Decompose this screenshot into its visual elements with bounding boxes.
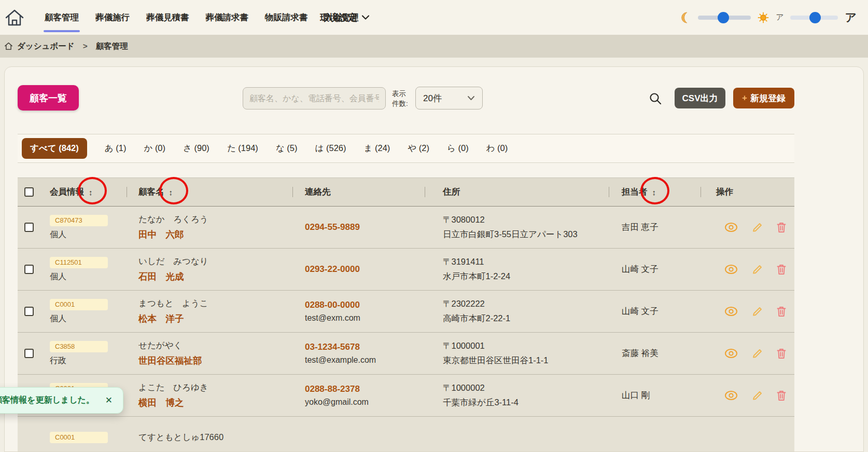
- kana-filter-tab[interactable]: さ (90): [183, 143, 209, 154]
- kana-filter-tab[interactable]: や (2): [408, 143, 429, 154]
- display-controls: ア ア: [680, 0, 857, 35]
- edit-pencil-icon[interactable]: [751, 222, 763, 233]
- per-page-value: 20件: [423, 92, 442, 104]
- kana-filter-tab[interactable]: ら (0): [447, 143, 469, 154]
- per-page-select[interactable]: 20件: [415, 87, 483, 109]
- view-eye-icon[interactable]: [724, 264, 738, 275]
- delete-trash-icon[interactable]: [776, 306, 787, 317]
- row-checkbox[interactable]: [24, 265, 34, 274]
- home-icon[interactable]: [3, 6, 26, 29]
- kana-filter-tab[interactable]: すべて (842): [22, 138, 87, 159]
- new-registration-button[interactable]: + 新規登録: [733, 88, 794, 108]
- kana-filter-tab[interactable]: あ (1): [105, 143, 127, 154]
- font-slider-thumb[interactable]: [809, 12, 821, 23]
- customer-name-link[interactable]: 松本 洋子: [138, 312, 292, 325]
- close-icon[interactable]: ✕: [105, 395, 113, 406]
- breadcrumb: ダッシュボード > 顧客管理: [0, 35, 868, 58]
- view-eye-icon[interactable]: [724, 306, 738, 317]
- table-row: C0001 個人 まつもと ようこ 松本 洋子 0288-00-0000 tes…: [18, 291, 794, 333]
- kana-filter-tab[interactable]: な (5): [276, 143, 298, 154]
- cell-actions: [701, 291, 794, 332]
- theme-slider-thumb[interactable]: [718, 12, 729, 23]
- delete-trash-icon[interactable]: [776, 222, 787, 233]
- nav-item[interactable]: 顧客管理: [45, 0, 79, 35]
- customer-name-link[interactable]: 田中 六郎: [138, 228, 292, 241]
- active-underline: [44, 30, 80, 32]
- email-address: yoko@gmail.com: [305, 398, 425, 407]
- customer-name-link[interactable]: 世田谷区福祉部: [138, 354, 292, 367]
- sort-icon[interactable]: ↕: [169, 188, 173, 197]
- main-menu: 顧客管理 葬儀施行 葬儀見積書 葬儀請求書 物販請求書 入金管理: [45, 0, 359, 35]
- customer-type: 個人: [50, 271, 127, 282]
- customer-type: 個人: [50, 313, 127, 324]
- delete-trash-icon[interactable]: [776, 264, 787, 275]
- delete-trash-icon[interactable]: [776, 390, 787, 401]
- nav-item[interactable]: 物販請求書: [265, 0, 308, 35]
- nav-item[interactable]: 葬儀施行: [95, 0, 130, 35]
- view-eye-icon[interactable]: [724, 390, 738, 401]
- cell-contact: 03-1234-5678 test@example.com: [292, 333, 425, 374]
- customer-kana: せたがやく: [138, 340, 292, 351]
- sort-icon[interactable]: ↕: [652, 188, 656, 197]
- kana-filter-tab[interactable]: か (0): [144, 143, 165, 154]
- edit-pencil-icon[interactable]: [751, 264, 763, 275]
- street-address: 東京都世田谷区世田谷1-1-1: [443, 355, 609, 366]
- member-code-badge: C870473: [50, 215, 108, 226]
- customer-kana: よこた ひろゆき: [138, 382, 292, 393]
- sort-icon[interactable]: ↕: [89, 188, 93, 197]
- plus-icon: +: [742, 93, 747, 103]
- table-body: C870473 個人 たなか ろくろう 田中 六郎 0294-55-9889: [18, 207, 794, 452]
- phone-number[interactable]: 0288-00-0000: [305, 300, 425, 310]
- kana-filter-tab[interactable]: は (526): [315, 143, 346, 154]
- row-checkbox[interactable]: [24, 223, 34, 232]
- nav-item-label: 葬儀施行: [95, 12, 130, 23]
- cell-address: 〒1000001 東京都世田谷区世田谷1-1-1: [425, 333, 609, 374]
- customer-name-link[interactable]: 石田 光成: [138, 270, 292, 283]
- edit-pencil-icon[interactable]: [751, 348, 763, 359]
- kana-filter-tab[interactable]: ま (24): [364, 143, 390, 154]
- search-input[interactable]: [243, 87, 386, 109]
- street-address: 高崎市本町2-22-1: [443, 313, 609, 324]
- phone-number[interactable]: 0288-88-2378: [305, 384, 425, 394]
- delete-trash-icon[interactable]: [776, 348, 787, 359]
- cell-contact: 0288-88-2378 yoko@gmail.com: [292, 375, 425, 416]
- settings-label: 環境設定: [320, 11, 357, 24]
- edit-pencil-icon[interactable]: [751, 390, 763, 401]
- cell-member-info: C112501 個人: [18, 249, 127, 290]
- row-checkbox[interactable]: [24, 307, 34, 316]
- nav-item[interactable]: 葬儀請求書: [206, 0, 249, 35]
- header-member-info: 会員情報↕: [18, 178, 127, 206]
- street-address: 千葉市緑が丘3-11-4: [443, 397, 609, 408]
- cell-customer-name: せたがやく 世田谷区福祉部: [127, 333, 292, 374]
- breadcrumb-current: 顧客管理: [96, 41, 128, 52]
- csv-export-button[interactable]: CSV出力: [675, 88, 725, 108]
- breadcrumb-dashboard[interactable]: ダッシュボード: [17, 41, 75, 52]
- cell-contact: 0293-22-0000: [292, 249, 425, 290]
- cell-actions: [701, 207, 794, 248]
- member-code-badge: C3858: [50, 341, 108, 352]
- customer-list-button[interactable]: 顧客一覧: [18, 85, 79, 111]
- view-eye-icon[interactable]: [724, 222, 738, 232]
- home-small-icon: [4, 42, 13, 50]
- cell-staff: 斎藤 裕美: [609, 333, 701, 374]
- email-address: test@exm.com: [305, 313, 425, 323]
- nav-item-settings[interactable]: 環境設定: [320, 0, 370, 35]
- nav-item-label: 葬儀請求書: [206, 12, 249, 23]
- phone-number[interactable]: 0293-22-0000: [305, 264, 425, 275]
- row-checkbox[interactable]: [24, 349, 34, 358]
- nav-item[interactable]: 葬儀見積書: [146, 0, 189, 35]
- edit-pencil-icon[interactable]: [751, 306, 763, 317]
- view-eye-icon[interactable]: [724, 348, 738, 359]
- customer-name-link[interactable]: 横田 博之: [138, 396, 292, 409]
- phone-number[interactable]: 0294-55-9889: [305, 222, 425, 232]
- search-icon[interactable]: [649, 92, 662, 105]
- cell-contact: [292, 417, 425, 452]
- kana-filter-tab[interactable]: た (194): [227, 143, 258, 154]
- cell-member-info: C870473 個人: [18, 207, 127, 248]
- theme-slider[interactable]: [698, 12, 751, 23]
- font-size-slider[interactable]: [790, 12, 838, 23]
- phone-number[interactable]: 03-1234-5678: [305, 342, 425, 352]
- kana-filter-tabs: すべて (842)あ (1)か (0)さ (90)た (194)な (5)は (…: [18, 134, 794, 163]
- staff-name: 斎藤 裕美: [622, 348, 701, 359]
- kana-filter-tab[interactable]: わ (0): [486, 143, 508, 154]
